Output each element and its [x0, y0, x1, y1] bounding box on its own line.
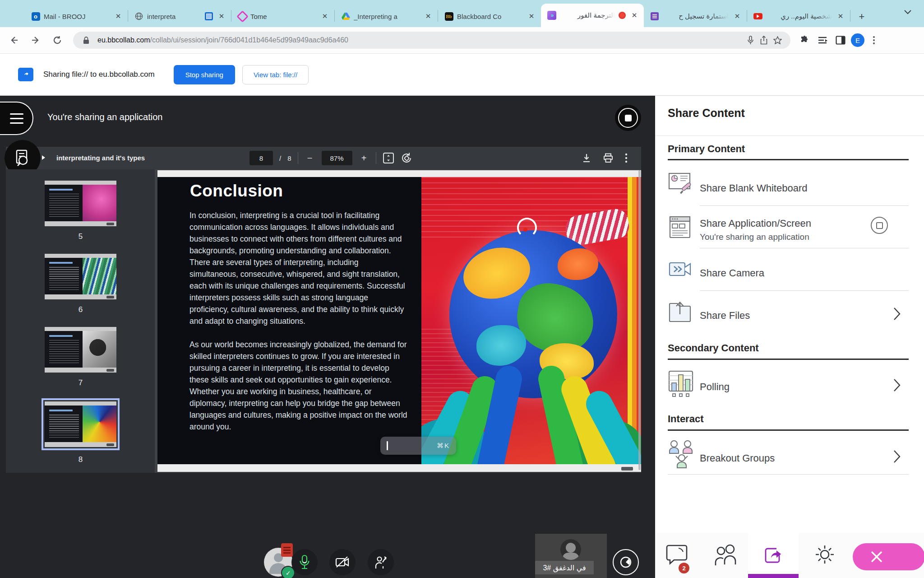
- close-icon[interactable]: ✕: [527, 11, 536, 21]
- pdf-toolbar: interpretating and it's types 8 / 8 − 87…: [6, 147, 641, 169]
- settings-button[interactable]: [813, 543, 836, 566]
- browser-menu-icon[interactable]: [867, 36, 881, 44]
- close-icon[interactable]: ✕: [113, 11, 123, 21]
- session-menu-button[interactable]: [0, 102, 33, 135]
- close-icon[interactable]: ✕: [423, 11, 433, 21]
- quick-search-overlay[interactable]: ⌘K: [380, 437, 456, 455]
- print-icon[interactable]: [603, 153, 613, 163]
- pdf-document-title: interpretating and it's types: [56, 154, 145, 162]
- tab-forms[interactable]: استمارة تسجيل ح ✕: [644, 5, 747, 27]
- whiteboard-icon: [668, 171, 693, 197]
- side-panel-icon[interactable]: [833, 33, 848, 48]
- tab-list-chevron-icon[interactable]: [904, 10, 911, 14]
- polling-item[interactable]: Polling: [700, 381, 730, 393]
- reload-icon[interactable]: [50, 33, 65, 48]
- back-icon[interactable]: [6, 33, 22, 48]
- session-timer-button[interactable]: [613, 549, 639, 575]
- share-whiteboard-item[interactable]: Share Blank Whiteboard: [700, 182, 807, 194]
- outlook-icon: o: [31, 12, 40, 21]
- panel-title: Share Content: [668, 107, 745, 120]
- share-files-item[interactable]: Share Files: [700, 310, 750, 322]
- bookmark-star-icon[interactable]: [771, 33, 784, 47]
- collaborate-stage: You're sharing an application interpreta…: [0, 96, 655, 578]
- my-status-avatar[interactable]: ✓: [264, 548, 293, 577]
- chat-button[interactable]: 2: [665, 544, 688, 566]
- forward-icon[interactable]: [28, 33, 43, 48]
- thumbnail-label: 6: [45, 305, 116, 314]
- tab-separator: [850, 10, 850, 22]
- stop-application-share-button[interactable]: [871, 217, 888, 234]
- globe-icon: [134, 12, 143, 21]
- fit-page-button[interactable]: [383, 152, 394, 164]
- pdf-body: 5 6 7: [6, 169, 641, 473]
- close-icon[interactable]: ✕: [732, 11, 742, 21]
- gear-icon: [813, 543, 836, 566]
- page-number-input[interactable]: 8: [249, 151, 273, 165]
- chevron-right-icon[interactable]: [893, 307, 901, 321]
- section-rule: [668, 429, 909, 431]
- extensions-puzzle-icon[interactable]: [797, 33, 812, 48]
- participants-button[interactable]: 31: [713, 544, 741, 568]
- lock-icon[interactable]: [79, 33, 93, 47]
- hamburger-icon: [10, 113, 23, 115]
- tab-blackboard[interactable]: Bb Blackboard Co ✕: [438, 5, 541, 27]
- more-options-icon[interactable]: [625, 153, 628, 163]
- reading-list-icon[interactable]: [815, 33, 830, 48]
- close-icon[interactable]: ✕: [836, 11, 845, 21]
- close-icon[interactable]: ✕: [320, 11, 330, 21]
- tab-mail[interactable]: o Mail - BROOJ ✕: [25, 5, 128, 27]
- chevron-right-icon[interactable]: [893, 450, 901, 463]
- url-omnibox[interactable]: eu.bbcollab.com/collab/ui/session/join/7…: [73, 32, 790, 49]
- view-tab-button[interactable]: View tab: file://: [242, 65, 309, 84]
- microphone-button[interactable]: [291, 549, 318, 575]
- share-content-icon: [763, 545, 784, 566]
- close-icon[interactable]: ✕: [217, 11, 226, 21]
- tab-tome[interactable]: Tome ✕: [231, 5, 334, 27]
- share-content-tab-active[interactable]: [748, 533, 799, 578]
- tab-title: استمارة تسجيل ح: [663, 12, 729, 20]
- tab-interpreting-drive[interactable]: _Interpreting a ✕: [335, 5, 438, 27]
- thumbnail-label: 7: [45, 378, 116, 387]
- thumbnail-label: 8: [45, 455, 116, 464]
- thumbnail-page-6[interactable]: 6: [45, 254, 116, 314]
- sharing-message: Sharing file:// to eu.bbcollab.com: [43, 70, 155, 79]
- pdf-scrollbar[interactable]: [638, 170, 641, 470]
- tab-interpreta[interactable]: interpreta ✕: [128, 5, 231, 27]
- profile-avatar[interactable]: E: [851, 33, 864, 47]
- collapse-panel-button[interactable]: [853, 543, 924, 570]
- slide-paragraph-2: As our world becomes increasingly global…: [189, 339, 409, 433]
- zoom-out-button[interactable]: −: [305, 153, 315, 163]
- row-separator: [700, 290, 909, 291]
- url-text[interactable]: eu.bbcollab.com/collab/ui/session/join/7…: [97, 36, 744, 44]
- stop-sharing-button[interactable]: Stop sharing: [174, 65, 235, 84]
- tab-youtube[interactable]: شخصية اليوم.. ري ✕: [747, 5, 850, 27]
- new-tab-button[interactable]: +: [855, 10, 869, 23]
- browser-action-icons: E: [797, 33, 881, 48]
- chevron-right-icon[interactable]: [893, 378, 901, 392]
- thumbnail-page-5[interactable]: 5: [45, 181, 116, 241]
- thumbnail-page-8-selected[interactable]: 8: [45, 401, 116, 464]
- document-search-icon: [13, 149, 32, 168]
- breakout-groups-item[interactable]: Breakout Groups: [700, 452, 775, 464]
- tab-translation-active[interactable]: » الترجمة الفور ✕: [541, 4, 644, 27]
- rotate-button[interactable]: [401, 152, 413, 164]
- secondary-content-heading: Secondary Content: [668, 342, 909, 354]
- participant-video-tile[interactable]: في الدغفق #3: [535, 534, 607, 578]
- slide-paragraph-1: In conclusion, interpreting is a crucial…: [189, 210, 409, 327]
- zoom-in-button[interactable]: +: [359, 153, 370, 163]
- zoom-level[interactable]: 87%: [322, 151, 352, 165]
- pdf-thumbnail-sidebar: 5 6 7: [6, 169, 155, 473]
- voice-search-icon[interactable]: [744, 33, 757, 47]
- share-page-icon[interactable]: [757, 33, 771, 47]
- camera-button[interactable]: [329, 549, 356, 575]
- stop-sharing-circle-button[interactable]: [615, 105, 641, 131]
- share-camera-item[interactable]: Share Camera: [700, 267, 764, 279]
- browser-tab-bar: o Mail - BROOJ ✕ interpreta ✕ Tome ✕ _In…: [0, 0, 924, 27]
- share-application-item[interactable]: Share Application/Screen: [700, 218, 811, 229]
- pdf-page-area: Conclusion In conclusion, interpreting i…: [155, 169, 641, 473]
- download-icon[interactable]: [582, 153, 591, 163]
- thumbnail-page-7[interactable]: 7: [45, 327, 116, 387]
- close-icon[interactable]: ✕: [629, 10, 639, 20]
- share-files-icon: [668, 299, 694, 323]
- raise-hand-button[interactable]: [368, 549, 394, 575]
